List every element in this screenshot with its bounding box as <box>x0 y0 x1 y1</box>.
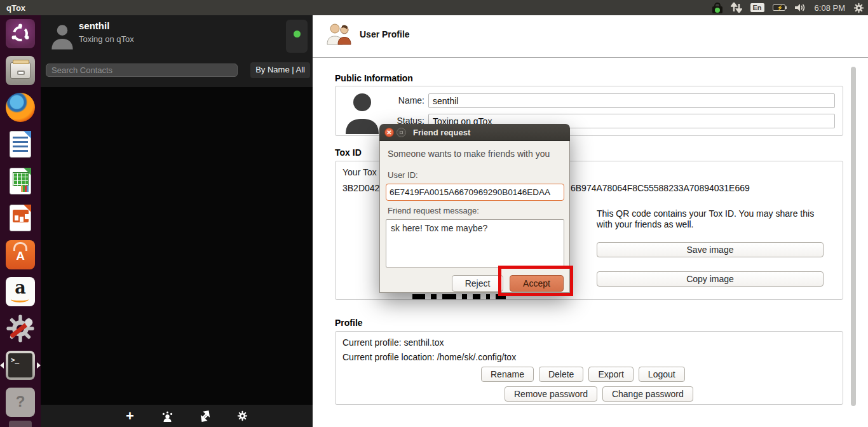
request-message-label: Friend request message: <box>388 206 479 215</box>
firefox-icon[interactable] <box>6 93 35 122</box>
rename-button[interactable]: Rename <box>481 367 534 382</box>
vertical-scrollbar[interactable] <box>851 67 856 406</box>
dialog-titlebar[interactable]: ✕ Friend request <box>379 124 570 141</box>
software-center-icon[interactable]: A <box>6 240 35 269</box>
file-manager-icon[interactable] <box>6 56 35 85</box>
profile-buttons-row-2: Remove password Change password <box>505 386 693 402</box>
profile-buttons-row-1: Rename Delete Export Logout <box>481 367 685 382</box>
libreoffice-calc-icon[interactable] <box>6 166 35 196</box>
search-row: By Name | All <box>41 57 313 87</box>
profile-avatar[interactable] <box>344 90 380 135</box>
contacts-panel: senthil Toxing on qTox By Name | All + <box>41 15 313 427</box>
keyring-status-icon[interactable] <box>712 3 722 13</box>
amazon-icon[interactable]: a <box>6 277 35 306</box>
volume-icon[interactable] <box>794 3 806 13</box>
maximize-icon[interactable] <box>397 128 406 137</box>
tox-id-heading: Tox ID <box>335 147 362 158</box>
logout-button[interactable]: Logout <box>639 367 685 382</box>
header-divider <box>313 57 868 58</box>
file-transfers-icon[interactable] <box>199 410 212 423</box>
online-status-dot <box>294 30 301 37</box>
self-profile-header[interactable]: senthil Toxing on qTox <box>41 15 313 57</box>
clock[interactable]: 6:08 PM <box>815 3 845 13</box>
page-title: User Profile <box>360 29 410 39</box>
ubuntu-dash-icon[interactable] <box>6 19 35 48</box>
help-icon[interactable]: ? <box>6 388 35 417</box>
contact-filter-button[interactable]: By Name | All <box>250 62 310 78</box>
profile-heading: Profile <box>335 318 363 328</box>
bottom-toolbar: + <box>41 405 313 427</box>
profile-box: Current profile: senthil.tox Current pro… <box>335 331 843 405</box>
keyboard-layout-indicator[interactable]: En <box>750 3 764 12</box>
active-app-title: qTox <box>6 3 25 13</box>
export-button[interactable]: Export <box>588 367 633 382</box>
delete-button[interactable]: Delete <box>539 367 583 382</box>
request-message-textarea[interactable]: sk here! Tox me maybe? <box>386 219 564 268</box>
search-contacts-input[interactable] <box>46 64 238 77</box>
user-profile-icon <box>326 23 351 46</box>
user-id-input[interactable] <box>386 184 564 201</box>
status-selector-button[interactable] <box>286 20 308 53</box>
current-profile-text: Current profile: senthil.tox <box>342 337 444 348</box>
settings-gear-icon[interactable] <box>236 410 249 423</box>
qr-caption: This QR code contains your Tox ID. You m… <box>597 208 816 230</box>
name-label: Name: <box>394 95 424 105</box>
session-gear-icon[interactable] <box>853 3 864 13</box>
dialog-body: Someone wants to make friends with you U… <box>379 141 570 293</box>
running-indicator <box>0 362 4 369</box>
libreoffice-impress-icon[interactable] <box>6 203 35 233</box>
remove-password-button[interactable]: Remove password <box>505 386 597 402</box>
focused-indicator <box>37 362 41 369</box>
user-id-label: User ID: <box>388 170 418 180</box>
public-information-heading: Public Information <box>335 73 413 83</box>
your-tox-id-label: Your Tox <box>342 167 377 177</box>
self-name: senthil <box>79 20 109 31</box>
current-profile-location-text: Current profile location: /home/sk/.conf… <box>342 352 516 362</box>
tox-id-value-left: 3B2D042 <box>342 183 379 193</box>
self-status-message: Toxing on qTox <box>79 34 134 44</box>
dialog-title: Friend request <box>413 128 470 137</box>
change-password-button[interactable]: Change password <box>602 386 693 402</box>
terminal-icon[interactable]: >_ <box>6 351 35 380</box>
battery-icon[interactable]: ⚡ <box>773 4 785 11</box>
system-settings-icon[interactable] <box>6 314 35 343</box>
dialog-message: Someone wants to make friends with you <box>388 149 550 159</box>
add-friend-icon[interactable]: + <box>124 410 137 423</box>
trash-icon[interactable] <box>9 421 32 427</box>
qr-code-bottom-edge <box>412 294 506 299</box>
contact-list[interactable] <box>41 87 313 405</box>
libreoffice-writer-icon[interactable] <box>6 130 35 159</box>
network-indicator-icon[interactable] <box>731 3 742 13</box>
system-tray: En ⚡ 6:08 PM <box>712 0 864 15</box>
top-panel: qTox En ⚡ 6:08 PM <box>0 0 868 15</box>
copy-image-button[interactable]: Copy image <box>597 271 824 287</box>
unity-launcher: A a >_ ? <box>0 15 41 427</box>
online-dot <box>715 8 720 13</box>
close-icon[interactable]: ✕ <box>384 128 394 137</box>
group-chat-icon[interactable] <box>161 410 174 423</box>
reject-button[interactable]: Reject <box>452 275 503 292</box>
accept-button[interactable]: Accept <box>510 275 564 292</box>
tox-id-value-right: 6B974A78064F8C55588233A70894031E669 <box>571 183 750 193</box>
self-avatar[interactable] <box>50 20 75 51</box>
save-image-button[interactable]: Save image <box>597 242 824 257</box>
name-input[interactable] <box>428 93 835 108</box>
friend-request-dialog: ✕ Friend request Someone wants to make f… <box>379 124 570 293</box>
